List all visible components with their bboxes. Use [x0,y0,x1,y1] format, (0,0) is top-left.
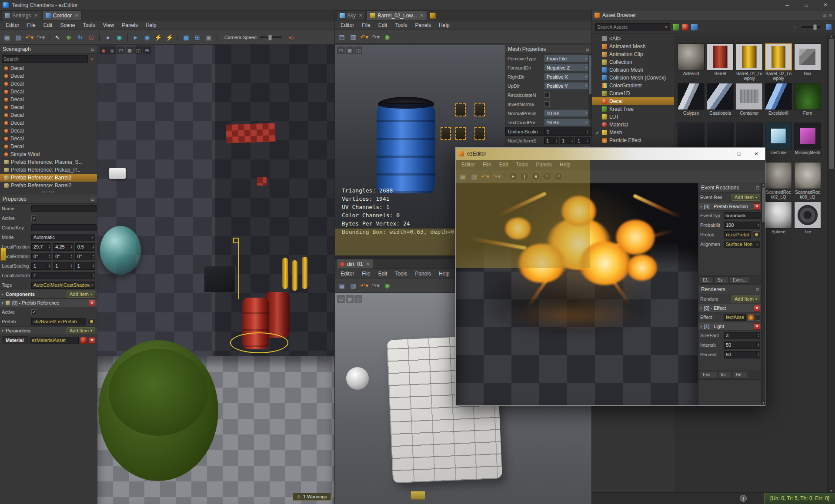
prefab-asset-field[interactable]: rk.ezPrefab [724,231,751,239]
property-dropdown[interactable]: Positive Y▾ [544,82,590,90]
thumb-view-icon[interactable] [826,24,832,30]
viewport-grid-icon[interactable]: ▦ [346,295,354,303]
window-scrollbar[interactable]: ▲ ▼ [761,183,765,405]
panel-tab[interactable]: Sy... [715,276,729,284]
prefab-asset-field[interactable]: cts/Barrel2.ezPrefab [31,318,86,325]
asset-tile[interactable]: Fern [794,83,821,120]
redo-button[interactable]: ↷▾ [371,280,381,291]
thumbnail-size-slider[interactable] [802,26,821,28]
document-tab[interactable]: Settings ✕ [1,10,41,20]
tab-close-icon[interactable]: ✕ [366,262,370,266]
menu-item[interactable]: Help [142,22,160,28]
asset-tile[interactable]: Sphere [765,202,792,239]
add-parameter-button[interactable]: Add Item▾ [67,327,95,334]
add-event-reaction-button[interactable]: Add Item▾ [731,194,760,201]
scale-x-field[interactable]: 1▴▾ [31,262,51,270]
panel-tab[interactable]: Ef... [700,276,714,284]
remove-item-button[interactable]: ✕ [754,305,760,312]
asset-type-item[interactable]: Particle Effect [592,136,674,144]
menu-item[interactable]: Help [435,271,454,277]
property-dropdown[interactable]: Negative Z▾ [544,64,590,71]
scenegraph-item[interactable]: Decal [0,72,97,80]
renderer-item-header[interactable]: ▾[1] - Light✕ [698,322,762,331]
menu-item[interactable]: Panels [411,22,435,28]
selection-gizmo-handle[interactable] [233,238,239,243]
menu-item[interactable]: Edit [374,271,391,277]
clear-search-icon[interactable]: ✕ [89,57,95,62]
renderer-item-header[interactable]: ▾[0] - Effect✕ [698,304,762,312]
dock-options-icon[interactable]: ⊡ [586,47,589,52]
tab-close-icon[interactable]: ✕ [75,13,78,18]
menu-item[interactable]: File [358,22,374,28]
scale-z-field[interactable]: 1▴▾ [75,262,95,270]
property-dropdown[interactable]: From File▾ [544,55,590,62]
panel-tab[interactable]: Ini... [718,371,732,378]
scenegraph-item[interactable]: Decal [0,119,97,127]
menu-item[interactable]: Edit [40,22,57,28]
menu-item[interactable]: File [23,22,39,28]
mode-dropdown[interactable]: Automatic▾ [31,234,95,241]
menu-item[interactable]: File [358,271,374,277]
save-button[interactable]: ▤ [337,280,347,291]
asset-tile[interactable]: IceCube [765,123,792,160]
scrollbar-thumb[interactable] [762,187,765,222]
render-mode-button[interactable]: ● [103,32,113,43]
property-checkbox[interactable] [544,92,550,98]
selection-gizmo-ring[interactable] [230,332,288,353]
thumb-size-minus-icon[interactable]: − [793,24,796,30]
asset-type-item[interactable]: Collision Mesh (Convex) [592,74,674,82]
scale-y-field[interactable]: 1▴▾ [53,262,73,270]
remove-component-button[interactable]: ✕ [89,300,95,306]
asset-type-item[interactable]: <All> [592,35,674,43]
asset-tile[interactable]: Box [794,43,821,81]
paste-button[interactable]: ▥ [13,32,23,43]
redo-button[interactable]: ↷▾ [36,32,46,43]
viewport-view-icon[interactable]: ◎ [108,46,116,54]
scrollbar-thumb[interactable] [829,39,834,169]
grid-scrollbar[interactable]: ▲ ▼ [827,35,835,492]
close-button[interactable]: ✕ [748,148,765,160]
menu-item[interactable]: Scene [56,22,79,28]
scenegraph-item[interactable]: Prefab Reference: Plasma_S... [0,158,97,166]
menu-item[interactable]: Tools [391,271,411,277]
camera-speed-slider[interactable] [260,36,282,38]
position-x-field[interactable]: 29.7▴▾ [31,243,51,251]
viewport-grid-icon[interactable]: ▦ [126,46,134,54]
asset-tile[interactable]: ScannedRock03_LQ [794,162,821,199]
scenegraph-item[interactable]: Decal [0,80,97,88]
property-dropdown[interactable]: 16 Bit▾ [544,119,590,126]
grid-toggle-button[interactable]: ▦ [181,32,191,43]
viewport-grid-icon[interactable]: ▦ [346,46,354,54]
asset-type-item[interactable]: Decal [592,97,674,105]
menu-item[interactable]: Tools [391,22,411,28]
render-pipeline-button[interactable]: ◉ [114,32,124,43]
asset-type-item[interactable]: Animated Mesh [592,43,674,50]
toolbar-button[interactable] [49,33,50,41]
scroll-down-icon[interactable]: ▼ [830,489,833,492]
menu-item[interactable]: Help [435,22,454,28]
position-y-field[interactable]: 4.25▴▾ [53,243,73,251]
transform-asset-icon[interactable] [682,24,688,30]
document-tab[interactable]: Barrel_02_Low... ✕ [367,10,427,20]
pivot-toggle-button[interactable]: ▣ [204,32,214,43]
property-spinner[interactable]: 1▴▾ [575,137,590,144]
minimize-button[interactable]: ─ [713,148,730,160]
viewport-view-icon[interactable]: ◫ [354,46,362,54]
panel-tab[interactable]: Even... [730,276,749,284]
scroll-up-icon[interactable]: ▲ [830,35,833,38]
paste-button[interactable]: ▥ [348,280,358,291]
snap-toggle-button[interactable]: ⊞ [192,32,203,43]
clear-material-button[interactable]: ✕ [89,337,95,344]
property-spinner[interactable]: 1▴▾ [544,137,558,144]
toolbar-button[interactable] [99,33,100,41]
asset-type-item[interactable]: ColorGradient [592,82,674,90]
view-mode-icon[interactable] [691,24,698,30]
clear-search-icon[interactable]: ✕ [663,25,669,30]
document-tab[interactable]: Sky ✕ [336,10,366,20]
tags-dropdown[interactable]: AutoColMesh|CastShadow▾ [31,282,95,289]
scenegraph-search-input[interactable] [2,55,88,63]
globalkey-input[interactable] [31,224,97,231]
scenegraph-item[interactable]: Decal [0,103,97,111]
rotation-x-field[interactable]: 0°▴▾ [31,253,51,260]
scale-tool-button[interactable]: ⊡ [86,32,97,43]
